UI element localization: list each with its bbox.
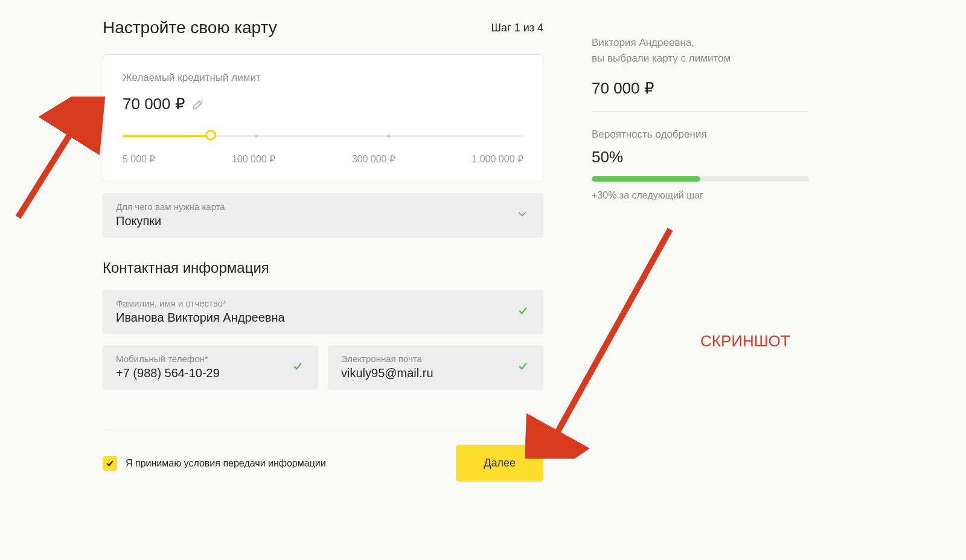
slider-thumb[interactable] <box>205 130 216 141</box>
next-button[interactable]: Далее <box>456 445 543 482</box>
slider-tick: 5 000 ₽ <box>123 153 155 165</box>
sidebar-greeting-line2: вы выбрали карту с лимитом <box>592 51 809 66</box>
summary-sidebar: Виктория Андреевна, вы выбрали карту с л… <box>592 18 809 482</box>
consent-text: Я принимаю условия передачи информации <box>126 458 326 469</box>
slider-tick: 100 000 ₽ <box>232 153 275 165</box>
check-icon <box>517 360 529 375</box>
approval-value: 50% <box>592 148 809 167</box>
credit-limit-label: Желаемый кредитный лимит <box>123 72 523 84</box>
approval-bonus: +30% за следующий шаг <box>592 190 809 201</box>
checkbox-icon <box>103 456 117 471</box>
check-icon <box>292 360 304 375</box>
chevron-down-icon <box>516 208 529 223</box>
phone-label: Мобильный телефон* <box>116 354 305 364</box>
fullname-value: Иванова Виктория Андреевна <box>116 311 530 325</box>
check-icon <box>517 305 529 319</box>
edit-icon[interactable] <box>191 98 205 111</box>
divider <box>103 430 543 430</box>
credit-limit-slider[interactable] <box>123 129 523 144</box>
sidebar-limit: 70 000 ₽ <box>592 79 809 98</box>
email-label: Электронная почта <box>341 354 530 364</box>
fullname-label: Фамилия, имя и отчество* <box>116 298 530 308</box>
credit-limit-card: Желаемый кредитный лимит 70 000 ₽ 5 000 … <box>103 54 543 182</box>
email-value: vikuly95@mail.ru <box>341 366 530 380</box>
phone-field[interactable]: Мобильный телефон* +7 (988) 564-10-29 <box>103 345 318 390</box>
purpose-value: Покупки <box>116 214 530 228</box>
fullname-field[interactable]: Фамилия, имя и отчество* Иванова Виктори… <box>103 290 543 334</box>
email-field[interactable]: Электронная почта vikuly95@mail.ru <box>328 345 543 390</box>
slider-tick: 300 000 ₽ <box>352 153 395 165</box>
page-title: Настройте свою карту <box>103 18 277 37</box>
credit-limit-value: 70 000 ₽ <box>123 95 185 113</box>
purpose-select[interactable]: Для чего вам нужна карта Покупки <box>103 193 543 238</box>
purpose-label: Для чего вам нужна карта <box>116 202 530 212</box>
sidebar-greeting-line1: Виктория Андреевна, <box>592 35 809 51</box>
contact-section-title: Контактная информация <box>103 259 543 276</box>
sidebar-divider <box>592 111 809 112</box>
consent-checkbox[interactable]: Я принимаю условия передачи информации <box>103 456 326 471</box>
phone-value: +7 (988) 564-10-29 <box>116 366 305 380</box>
step-indicator: Шаг 1 из 4 <box>491 22 543 34</box>
approval-label: Вероятность одобрения <box>592 129 809 141</box>
annotation-label: СКРИНШОТ <box>700 332 790 351</box>
approval-progress <box>592 176 809 182</box>
slider-tick: 1 000 000 ₽ <box>472 153 523 165</box>
approval-progress-fill <box>592 176 700 182</box>
